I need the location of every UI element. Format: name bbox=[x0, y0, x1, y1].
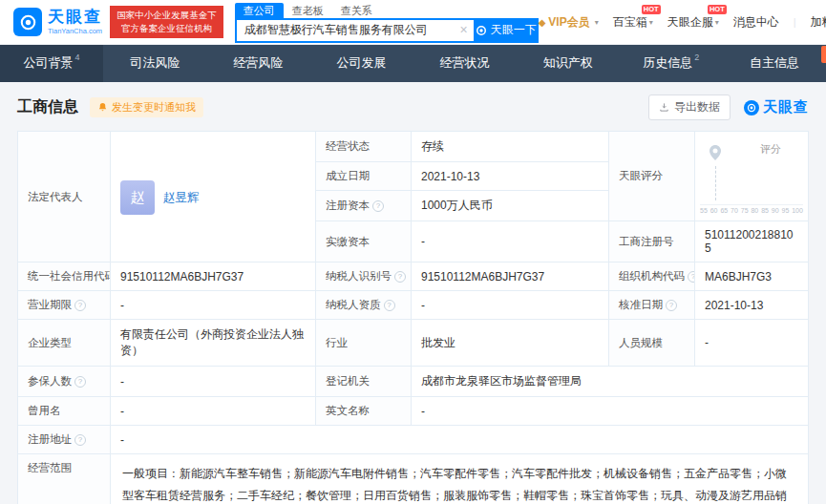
info-icon[interactable]: ? bbox=[74, 300, 86, 311]
tianyan-qifu-link[interactable]: HOT 天眼企服 ▾ bbox=[667, 14, 719, 31]
info-icon[interactable]: ? bbox=[688, 271, 695, 283]
search-button-eye-icon bbox=[476, 25, 487, 36]
vip-gem-icon: ◆ bbox=[539, 17, 546, 28]
nav-tab-label: 公司发展 bbox=[336, 54, 386, 72]
vip-member-link[interactable]: ◆ VIP会员 ▾ bbox=[539, 14, 599, 31]
caret-down-icon: ▾ bbox=[649, 18, 653, 27]
staff-size-value-cell: - bbox=[695, 320, 809, 367]
field-label: 登记机关 bbox=[326, 375, 370, 387]
table-row: 经营范围 一般项目：新能源汽车整车销售；新能源汽车电附件销售；汽车零配件零售；汽… bbox=[18, 454, 809, 504]
field-label: 注册资本 bbox=[326, 200, 370, 211]
established-label-cell: 成立日期 bbox=[316, 162, 412, 191]
field-label: 工商注册号 bbox=[619, 236, 674, 247]
score-chart-title: 评分 bbox=[760, 142, 781, 157]
extra-menu-label: 加料 bbox=[811, 14, 826, 31]
industry-label-cell: 行业 bbox=[316, 320, 412, 367]
nav-tab-label: 自主信息 bbox=[750, 54, 799, 72]
message-center-link[interactable]: 消息中心 bbox=[733, 14, 779, 31]
nav-tab-count: 4 bbox=[75, 52, 80, 62]
reg-number-label-cell: 工商注册号 bbox=[609, 221, 695, 262]
table-row: 曾用名 - 英文名称 - bbox=[18, 397, 809, 426]
company-section-nav: 公司背景 4 司法风险 经营风险 公司发展 经营状况 知识产权 历史信息 2 自… bbox=[0, 44, 826, 82]
main-content: 工商信息 发生变更时通知我 导出数据 天眼查 法定代表人 bbox=[0, 82, 826, 504]
axis-tick: 85 bbox=[761, 207, 769, 214]
search-tab-relation[interactable]: 查关系 bbox=[332, 3, 381, 18]
nav-tab-company-development[interactable]: 公司发展 bbox=[309, 44, 413, 82]
staff-size-label-cell: 人员规模 bbox=[609, 320, 695, 367]
nav-tab-label: 经营状况 bbox=[440, 54, 490, 72]
clear-search-icon[interactable]: × bbox=[459, 23, 467, 36]
field-label: 统一社会信用代码 bbox=[28, 270, 111, 282]
info-icon[interactable]: ? bbox=[666, 300, 677, 311]
approval-date-label-cell: 核准日期? bbox=[609, 291, 695, 320]
legal-rep-name-link[interactable]: 赵昱辉 bbox=[163, 190, 200, 206]
nav-tab-intellectual-property[interactable]: 知识产权 bbox=[517, 44, 620, 82]
watermark-eye-icon bbox=[744, 100, 759, 116]
axis-tick: 80 bbox=[751, 207, 758, 214]
caret-down-icon: ▾ bbox=[595, 18, 599, 27]
field-label: 核准日期 bbox=[619, 299, 663, 310]
business-info-table: 法定代表人 赵 赵昱辉 经营状态 存续 天眼评分 评分 bbox=[17, 131, 809, 504]
field-label: 组织机构代码 bbox=[619, 270, 685, 282]
search-tab-boss[interactable]: 查老板 bbox=[284, 3, 332, 18]
paid-capital-label-cell: 实缴资本 bbox=[316, 221, 412, 262]
search-input[interactable] bbox=[235, 18, 474, 43]
nav-tab-operating-status[interactable]: 经营状况 bbox=[413, 44, 517, 82]
info-icon[interactable]: ? bbox=[372, 200, 384, 212]
field-label: 经营范围 bbox=[28, 462, 72, 473]
vip-member-label: VIP会员 bbox=[548, 14, 589, 31]
axis-tick: 65 bbox=[720, 207, 728, 214]
search-box: × 天眼一下 bbox=[235, 18, 539, 43]
address-label-cell: 注册地址? bbox=[18, 426, 111, 454]
nav-tab-count: 2 bbox=[694, 52, 699, 62]
tianyan-qifu-label: 天眼企服 bbox=[667, 14, 713, 31]
nav-tab-history-info[interactable]: 历史信息 2 bbox=[620, 44, 723, 82]
side-floating-widget-edge[interactable] bbox=[821, 46, 826, 63]
tianyancha-logo[interactable]: 天眼查 TianYanCha.com bbox=[13, 8, 102, 36]
taxpayer-id-label-cell: 纳税人识别号? bbox=[316, 262, 412, 291]
axis-tick: 60 bbox=[710, 207, 718, 214]
legal-rep-avatar[interactable]: 赵 bbox=[120, 180, 155, 215]
score-chart-cell: 评分 55 60 65 70 75 80 85 90 95 bbox=[695, 132, 809, 221]
watermark-logo: 天眼查 bbox=[744, 98, 809, 116]
axis-tick: 55 bbox=[700, 207, 708, 214]
field-label: 人员规模 bbox=[619, 337, 663, 348]
org-code-label-cell: 组织机构代码? bbox=[609, 262, 695, 291]
reg-capital-label-cell: 注册资本? bbox=[316, 191, 412, 221]
message-center-label: 消息中心 bbox=[733, 14, 779, 31]
company-type-value-cell: 有限责任公司（外商投资企业法人独资） bbox=[111, 320, 316, 367]
field-label: 实缴资本 bbox=[326, 236, 370, 247]
field-label: 曾用名 bbox=[28, 405, 61, 416]
treasure-box-link[interactable]: HOT 百宝箱 ▾ bbox=[613, 14, 653, 31]
taxpayer-quality-value-cell: - bbox=[412, 291, 609, 320]
field-label: 天眼评分 bbox=[619, 170, 663, 181]
gov-certification-badge: 国家中小企业发展基金下 官方备案企业征信机构 bbox=[110, 6, 223, 39]
logo-domain: TianYanCha.com bbox=[48, 27, 102, 35]
nav-tab-self-info[interactable]: 自主信息 bbox=[723, 44, 826, 82]
export-data-button[interactable]: 导出数据 bbox=[648, 94, 731, 120]
info-icon[interactable]: ? bbox=[394, 271, 406, 283]
industry-value-cell: 批发业 bbox=[412, 320, 609, 367]
former-name-label-cell: 曾用名 bbox=[18, 397, 111, 426]
field-label: 经营状态 bbox=[326, 140, 370, 152]
tianyan-score-chart: 评分 55 60 65 70 75 80 85 90 95 bbox=[695, 137, 808, 216]
nav-tab-company-background[interactable]: 公司背景 4 bbox=[0, 44, 103, 82]
info-icon[interactable]: ? bbox=[384, 300, 395, 311]
nav-tab-judicial-risk[interactable]: 司法风险 bbox=[103, 44, 206, 82]
axis-tick: 100 bbox=[792, 207, 803, 214]
watermark-label: 天眼查 bbox=[763, 98, 809, 116]
header-menu: ◆ VIP会员 ▾ HOT 百宝箱 ▾ HOT 天眼企服 ▾ 消息中心 | 加料… bbox=[539, 14, 826, 31]
table-row: 参保人数? - 登记机关 成都市龙泉驿区市场监督管理局 bbox=[18, 367, 809, 397]
info-icon[interactable]: ? bbox=[74, 434, 86, 446]
table-row: 统一社会信用代码 91510112MA6BJH7G37 纳税人识别号? 9151… bbox=[18, 262, 809, 291]
search-tab-company[interactable]: 查公司 bbox=[235, 3, 284, 18]
established-value-cell: 2021-10-13 bbox=[412, 162, 609, 191]
status-value-cell: 存续 bbox=[412, 132, 609, 162]
extra-menu-link[interactable]: 加料 bbox=[811, 14, 826, 31]
score-pin-line bbox=[715, 166, 716, 200]
nav-tab-operating-risk[interactable]: 经营风险 bbox=[206, 44, 309, 82]
notify-on-change-button[interactable]: 发生变更时通知我 bbox=[90, 97, 203, 117]
info-icon[interactable]: ? bbox=[74, 376, 86, 388]
field-label: 营业期限 bbox=[28, 299, 72, 310]
search-button[interactable]: 天眼一下 bbox=[474, 18, 539, 43]
